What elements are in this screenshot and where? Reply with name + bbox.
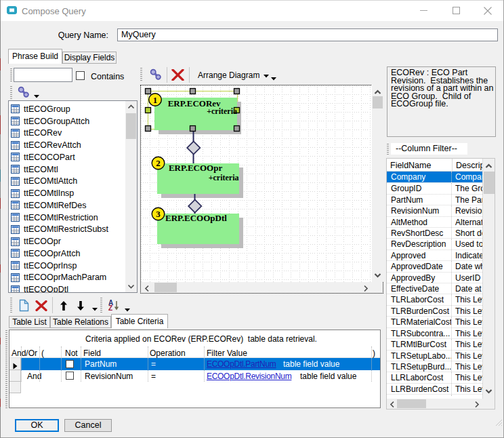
svg-text:+criteria: +criteria	[207, 106, 237, 116]
svg-text:3: 3	[156, 209, 161, 219]
svg-text:ERP.ECOOpDtl: ERP.ECOOpDtl	[165, 213, 227, 223]
svg-text:ERP.ECOOpr: ERP.ECOOpr	[169, 163, 223, 173]
svg-text:+criteria: +criteria	[209, 173, 239, 182]
svg-text:1: 1	[153, 95, 158, 105]
svg-text:2: 2	[156, 158, 161, 168]
